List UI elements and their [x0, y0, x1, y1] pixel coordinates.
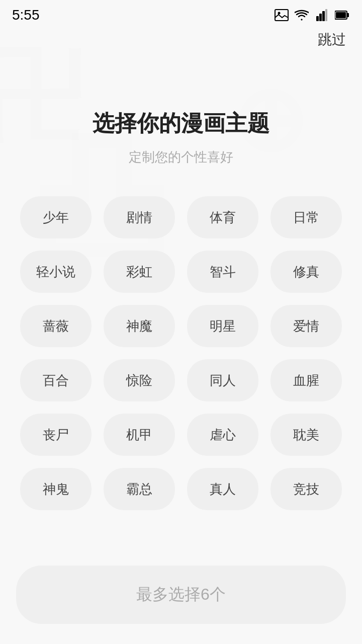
status-time: 5:55: [12, 7, 40, 23]
signal-icon: [314, 8, 330, 22]
tag-btn-meigui[interactable]: 蔷薇: [20, 305, 92, 347]
battery-icon: [334, 8, 350, 22]
tag-btn-bazong[interactable]: 霸总: [104, 468, 175, 510]
tag-btn-shaonian[interactable]: 少年: [20, 196, 92, 238]
svg-rect-10: [347, 13, 349, 17]
tag-btn-richang[interactable]: 日常: [270, 196, 342, 238]
tag-btn-jiangshi[interactable]: 丧尸: [20, 414, 92, 456]
confirm-button[interactable]: 最多选择6个: [16, 566, 346, 624]
page-title: 选择你的漫画主题: [16, 109, 346, 138]
tags-grid: 少年剧情体育日常轻小说彩虹智斗修真蔷薇神魔明星爱情百合惊险同人血腥丧尸机甲虐心耽…: [16, 196, 346, 510]
tag-btn-baihe[interactable]: 百合: [20, 359, 92, 401]
svg-rect-6: [319, 14, 322, 21]
svg-rect-11: [336, 12, 346, 18]
tag-btn-danmei[interactable]: 耽美: [270, 414, 342, 456]
main-content: 选择你的漫画主题 定制您的个性喜好 少年剧情体育日常轻小说彩虹智斗修真蔷薇神魔明…: [0, 28, 362, 510]
tag-btn-shenmo[interactable]: 神魔: [104, 305, 175, 347]
tag-btn-tiyu[interactable]: 体育: [187, 196, 258, 238]
tag-btn-juqing[interactable]: 剧情: [104, 196, 175, 238]
wifi-icon: [294, 8, 310, 22]
tag-btn-xuxin[interactable]: 虐心: [187, 414, 258, 456]
svg-rect-8: [325, 9, 327, 21]
tag-btn-jingxian[interactable]: 惊险: [104, 359, 175, 401]
svg-rect-3: [275, 10, 288, 21]
tag-btn-mingxing[interactable]: 明星: [187, 305, 258, 347]
tag-btn-qingxiaoshuo[interactable]: 轻小说: [20, 251, 92, 293]
tag-btn-jijia[interactable]: 机甲: [104, 414, 175, 456]
skip-button[interactable]: 跳过: [318, 30, 346, 49]
tag-btn-shengui[interactable]: 神鬼: [20, 468, 92, 510]
tag-btn-caihong[interactable]: 彩虹: [104, 251, 175, 293]
tag-btn-zhenren[interactable]: 真人: [187, 468, 258, 510]
image-icon: [274, 8, 290, 22]
tag-btn-zhidou[interactable]: 智斗: [187, 251, 258, 293]
bottom-area: 最多选择6个: [0, 555, 362, 644]
tag-btn-xueling[interactable]: 血腥: [270, 359, 342, 401]
title-section: 选择你的漫画主题 定制您的个性喜好: [16, 28, 346, 196]
tag-btn-aiqing[interactable]: 爱情: [270, 305, 342, 347]
tag-btn-tongren[interactable]: 同人: [187, 359, 258, 401]
tag-btn-jingji[interactable]: 竞技: [270, 468, 342, 510]
page-subtitle: 定制您的个性喜好: [16, 148, 346, 166]
status-bar: 5:55: [0, 0, 362, 28]
status-icons: [274, 8, 350, 22]
tag-btn-xiuzhen[interactable]: 修真: [270, 251, 342, 293]
svg-rect-5: [316, 16, 319, 21]
svg-rect-7: [322, 11, 325, 21]
svg-point-4: [278, 12, 281, 15]
